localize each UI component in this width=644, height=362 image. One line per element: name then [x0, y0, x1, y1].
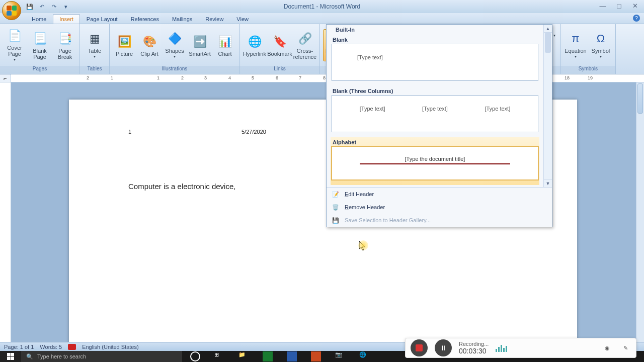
task-view-icon[interactable]: ⊞ [214, 351, 224, 361]
scrollbar-thumb[interactable] [637, 83, 643, 114]
placeholder-text: [Type text] [360, 106, 385, 112]
gallery-item-blank[interactable]: Blank [Type text] [331, 35, 539, 86]
cross-ref-label: Cross-reference [293, 48, 316, 60]
table-label: Table [88, 48, 101, 54]
office-button[interactable] [2, 1, 21, 20]
tab-insert[interactable]: Insert [53, 14, 80, 24]
title-bar: 💾 ↶ ↷ ▾ Document1 - Microsoft Word — ◻ ✕ [0, 0, 644, 13]
language-status[interactable]: English (United States) [82, 344, 139, 350]
placeholder-text: [Type the document title] [405, 156, 465, 162]
ruler-corner: ⌐ [0, 74, 11, 82]
blank-page-icon: 📃 [32, 31, 48, 47]
remove-header-label: Remove Header [345, 204, 385, 210]
tab-page-layout[interactable]: Page Layout [80, 14, 124, 24]
scroll-up-icon[interactable]: ▲ [544, 25, 552, 33]
edit-header-menu-item[interactable]: 📝 Edit Header [327, 188, 552, 201]
tab-mailings[interactable]: Mailings [166, 14, 199, 24]
tab-references[interactable]: References [124, 14, 166, 24]
taskbar-search[interactable]: 🔍 Type here to search [21, 351, 182, 362]
tab-view[interactable]: View [230, 14, 255, 24]
hyperlink-label: Hyperlink [243, 51, 266, 57]
excel-icon[interactable] [263, 351, 273, 361]
blank-page-button[interactable]: 📃Blank Page [28, 29, 51, 61]
table-button[interactable]: ▦Table▾ [83, 29, 106, 61]
equation-button[interactable]: πEquation▾ [564, 29, 587, 61]
hyperlink-button[interactable]: 🌐Hyperlink [243, 32, 266, 58]
vertical-ruler [0, 82, 11, 344]
webcam-icon[interactable]: ◉ [602, 342, 613, 353]
cover-page-label: Cover Page [6, 45, 24, 57]
maximize-button[interactable]: ◻ [612, 1, 626, 10]
stop-record-button[interactable] [411, 339, 428, 356]
cortana-icon[interactable] [190, 351, 200, 361]
bookmark-label: Bookmark [267, 51, 292, 57]
clipart-button[interactable]: 🎨Clip Art [138, 32, 161, 58]
bookmark-button[interactable]: 🔖Bookmark [268, 32, 291, 58]
chart-button[interactable]: 📊Chart [213, 32, 236, 58]
omega-icon: Ω [593, 31, 609, 47]
undo-icon[interactable]: ↶ [36, 2, 47, 12]
recording-status-label: Recording... [459, 341, 489, 347]
smartart-label: SmartArt [189, 51, 210, 57]
header-right-text: 5/27/2020 [242, 129, 266, 135]
tab-review[interactable]: Review [199, 14, 230, 24]
symbol-button[interactable]: ΩSymbol▾ [589, 29, 612, 61]
word-count[interactable]: Words: 5 [40, 344, 62, 350]
document-body-text[interactable]: Computer is a electronic device, [128, 182, 235, 191]
gallery-item-alphabet-label: Alphabet [332, 138, 538, 146]
smartart-button[interactable]: ➡️SmartArt [188, 32, 211, 58]
gallery-item-three-col-label: Blank (Three Columns) [332, 87, 538, 95]
page-break-button[interactable]: 📑Page Break [53, 29, 76, 61]
picture-button[interactable]: 🖼️Picture [113, 32, 136, 58]
camera-icon[interactable]: 📷 [335, 351, 345, 361]
page-icon: 📄 [7, 28, 23, 44]
file-explorer-icon[interactable]: 📁 [238, 351, 249, 361]
close-button[interactable]: ✕ [628, 1, 642, 10]
tab-home[interactable]: Home [25, 14, 53, 24]
gallery-scrollbar[interactable]: ▲ ▼ [543, 25, 552, 187]
pause-record-button[interactable]: ⏸ [435, 339, 452, 356]
page-status[interactable]: Page: 1 of 1 [4, 344, 34, 350]
shapes-button[interactable]: 🔷Shapes▾ [163, 29, 186, 61]
remove-header-menu-item[interactable]: 🗑️ Remove Header [327, 201, 552, 214]
cross-reference-button[interactable]: 🔗Cross-reference [293, 29, 316, 61]
word-icon[interactable] [287, 351, 297, 361]
save-gallery-label: Save Selection to Header Gallery... [345, 217, 431, 223]
proofing-icon[interactable] [68, 344, 76, 350]
shapes-icon: 🔷 [167, 31, 183, 47]
screen-recording-bar: ⏸ Recording... 00:03:30 ◉ ✎ [405, 338, 636, 358]
qat-customize-icon[interactable]: ▾ [60, 2, 71, 12]
symbol-label: Symbol [592, 48, 610, 54]
save-gallery-icon: 💾 [332, 216, 340, 224]
equation-label: Equation [565, 48, 586, 54]
chrome-icon[interactable]: 🌐 [359, 351, 369, 361]
gallery-section-builtin: Built-In [331, 25, 539, 35]
search-placeholder: Type here to search [37, 353, 86, 359]
save-to-gallery-menu-item: 💾 Save Selection to Header Gallery... [327, 214, 552, 227]
gallery-scroll-thumb[interactable] [545, 33, 551, 53]
cover-page-button[interactable]: 📄Cover Page▾ [3, 26, 26, 64]
gallery-item-blank-label: Blank [332, 36, 538, 44]
shapes-label: Shapes [165, 48, 184, 54]
chart-label: Chart [218, 51, 232, 57]
blank-page-label: Blank Page [31, 48, 49, 60]
clipart-icon: 🎨 [141, 34, 157, 50]
group-links-label: Links [240, 66, 319, 74]
redo-icon[interactable]: ↷ [48, 2, 59, 12]
gallery-item-blank-three-columns[interactable]: Blank (Three Columns) [Type text] [Type … [331, 86, 539, 137]
scroll-down-icon[interactable]: ▼ [544, 179, 552, 187]
group-illustrations-label: Illustrations [110, 66, 239, 74]
minimize-button[interactable]: — [596, 1, 610, 10]
help-icon[interactable]: ? [633, 15, 640, 22]
chart-icon: 📊 [217, 34, 233, 50]
pen-icon[interactable]: ✎ [620, 342, 631, 353]
vertical-scrollbar[interactable] [636, 82, 644, 344]
globe-icon: 🌐 [247, 34, 263, 50]
powerpoint-icon[interactable] [311, 351, 321, 361]
placeholder-text: [Type text] [485, 106, 510, 112]
save-icon[interactable]: 💾 [24, 2, 35, 12]
start-button[interactable] [0, 351, 21, 362]
gallery-item-alphabet[interactable]: Alphabet [Type the document title] [331, 137, 539, 185]
audio-level-icon [496, 344, 507, 352]
window-title: Document1 - Microsoft Word [284, 3, 361, 10]
